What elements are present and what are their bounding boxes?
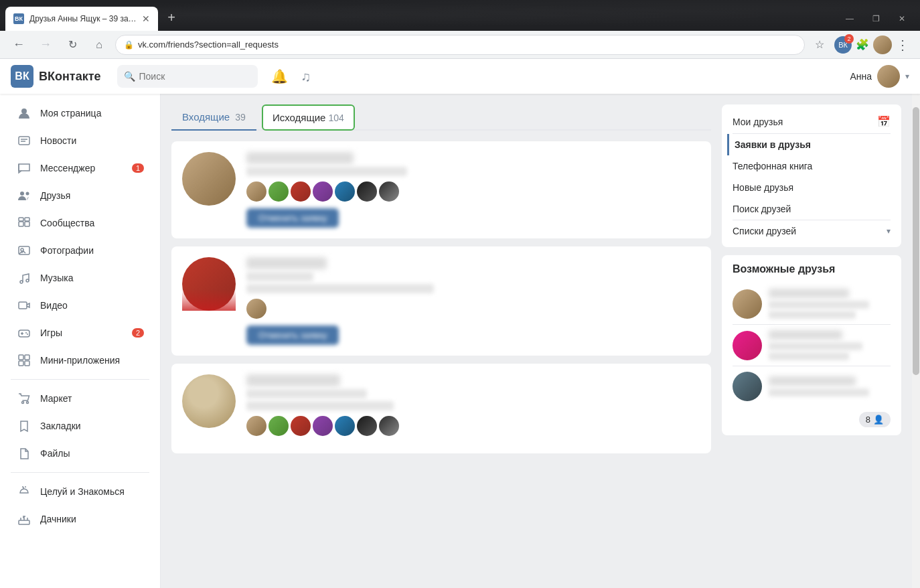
pf-avatar-3[interactable] xyxy=(733,372,762,401)
back-button[interactable]: ← xyxy=(8,34,29,56)
bookmark-button[interactable]: ☆ xyxy=(810,35,829,54)
forward-button[interactable]: → xyxy=(35,34,56,56)
vk-logo-text: ВКонтакте xyxy=(39,70,101,84)
svg-rect-22 xyxy=(25,355,29,360)
svg-point-0 xyxy=(21,108,27,114)
close-button[interactable]: ✕ xyxy=(889,9,915,28)
new-tab-button[interactable]: + xyxy=(161,7,182,28)
friend-avatar-2[interactable] xyxy=(182,257,236,311)
right-nav-card: Мои друзья 📅 Заявки в друзья Телефонная … xyxy=(722,104,901,247)
rs-label-friend-lists: Списки друзей xyxy=(733,226,796,236)
music-icon[interactable]: ♫ xyxy=(301,69,311,84)
friends-icon xyxy=(16,188,32,204)
rs-label-phone-book: Телефонная книга xyxy=(733,161,812,171)
sidebar-label-communities: Сообщества xyxy=(40,218,94,228)
user-profile-icon[interactable] xyxy=(873,35,892,54)
files-icon xyxy=(16,445,32,461)
browser-tab-active[interactable]: ВК Друзья Анны Ящук – 39 заявок ✕ xyxy=(5,7,158,31)
browser-addressbar: ← → ↻ ⌂ 🔒 vk.com/friends?section=all_req… xyxy=(0,31,920,59)
messenger-badge: 1 xyxy=(132,163,144,173)
user-menu[interactable]: Анна ▾ xyxy=(850,65,909,88)
sidebar-item-market[interactable]: Маркет xyxy=(5,385,155,412)
svg-point-5 xyxy=(26,192,29,196)
sidebar-item-files[interactable]: Файлы xyxy=(5,440,155,467)
window-controls: — ❐ ✕ xyxy=(836,9,915,28)
rs-item-phone-book[interactable]: Телефонная книга xyxy=(733,155,891,177)
vk-logo[interactable]: ВК ВКонтакте xyxy=(11,65,101,88)
pf-name-3 xyxy=(769,376,856,386)
tab-outgoing[interactable]: Исходящие 104 xyxy=(262,104,355,131)
vk-extension-icon[interactable]: ВК 2 xyxy=(834,36,852,54)
scrollbar-thumb[interactable] xyxy=(913,107,919,375)
sidebar-item-messenger[interactable]: Мессенджер 1 xyxy=(5,155,155,181)
sidebar-item-friends[interactable]: Друзья xyxy=(5,182,155,209)
sidebar-label-friends: Друзья xyxy=(40,190,70,201)
badge-count: 8 xyxy=(866,415,870,425)
sidebar-item-news[interactable]: Новости xyxy=(5,127,155,154)
pf-detail-2b xyxy=(769,352,849,360)
rs-item-my-friends[interactable]: Мои друзья 📅 xyxy=(733,110,891,133)
sidebar-item-my-page[interactable]: Моя страница xyxy=(5,100,155,127)
address-bar[interactable]: 🔒 vk.com/friends?section=all_requests xyxy=(115,35,805,55)
user-name: Анна xyxy=(850,71,872,82)
friend-card-1: Отменить заявку xyxy=(171,141,711,238)
sidebar-label-music: Музыка xyxy=(40,273,74,283)
market-icon xyxy=(16,390,32,407)
friend-avatar-1[interactable] xyxy=(182,152,236,206)
video-icon xyxy=(16,297,32,313)
pf-info-2 xyxy=(769,330,891,360)
friend-name-2 xyxy=(246,257,327,269)
sidebar-label-news: Новости xyxy=(40,135,76,146)
reload-button[interactable]: ↻ xyxy=(62,34,83,56)
possible-count-badge[interactable]: 8 👤 xyxy=(733,412,891,427)
arrow-down-icon: ▾ xyxy=(887,226,891,236)
sidebar-item-video[interactable]: Видео xyxy=(5,292,155,319)
sidebar-item-photos[interactable]: Фотографии xyxy=(5,237,155,264)
games-badge: 2 xyxy=(132,328,144,338)
sidebar-item-dachniks[interactable]: Дачники xyxy=(5,506,155,532)
messenger-icon xyxy=(16,160,32,176)
minimize-button[interactable]: — xyxy=(836,9,863,28)
sidebar-label-files: Файлы xyxy=(40,448,70,459)
rs-item-new-friends[interactable]: Новые друзья xyxy=(733,177,891,198)
puzzle-icon[interactable]: 🧩 xyxy=(853,35,872,54)
friend-action-1: Отменить заявку xyxy=(246,208,700,228)
sidebar-item-bookmarks[interactable]: Закладки xyxy=(5,413,155,439)
pf-avatar-2[interactable] xyxy=(733,331,762,360)
svg-point-13 xyxy=(26,279,29,282)
browser-menu-button[interactable]: ⋮ xyxy=(893,35,912,54)
bookmarks-icon xyxy=(16,418,32,434)
rs-item-friend-requests[interactable]: Заявки в друзья xyxy=(727,134,891,155)
vk-search-box[interactable]: 🔍 xyxy=(117,65,258,88)
browser-titlebar: ВК Друзья Анны Ящук – 39 заявок ✕ + — ❐ … xyxy=(0,0,920,31)
sidebar-item-games[interactable]: Игры 2 xyxy=(5,319,155,346)
page-scrollbar[interactable] xyxy=(912,94,920,588)
notification-icon[interactable]: 🔔 xyxy=(271,68,288,84)
my-page-icon xyxy=(16,105,32,121)
tab-close-btn[interactable]: ✕ xyxy=(142,14,150,23)
sidebar-item-kiss[interactable]: Целуй и Знакомься xyxy=(5,478,155,505)
search-icon: 🔍 xyxy=(124,71,135,82)
maximize-button[interactable]: ❐ xyxy=(863,9,889,28)
friend-detail-3a xyxy=(246,389,367,398)
sidebar-label-dachniks: Дачники xyxy=(40,514,76,524)
friend-avatar-3[interactable] xyxy=(182,374,236,428)
home-button[interactable]: ⌂ xyxy=(88,34,110,56)
sidebar-item-communities[interactable]: Сообщества xyxy=(5,210,155,236)
rs-label-my-friends: Мои друзья xyxy=(733,117,783,127)
sidebar-item-music[interactable]: Музыка xyxy=(5,265,155,291)
svg-rect-8 xyxy=(19,218,23,221)
friend-info-1: Отменить заявку xyxy=(246,152,700,228)
svg-point-25 xyxy=(22,402,24,404)
friend-detail-3b xyxy=(246,401,394,411)
sidebar-item-mini-apps[interactable]: Мини-приложения xyxy=(5,347,155,374)
cancel-request-btn-2[interactable]: Отменить заявку xyxy=(246,325,339,345)
cancel-request-btn-1[interactable]: Отменить заявку xyxy=(246,208,339,228)
friend-detail-1 xyxy=(246,167,407,176)
search-input[interactable] xyxy=(139,71,251,82)
rs-item-friend-lists[interactable]: Списки друзей ▾ xyxy=(733,220,891,242)
rs-item-find-friends[interactable]: Поиск друзей xyxy=(733,198,891,220)
tab-favicon: ВК xyxy=(13,13,24,24)
pf-avatar-1[interactable] xyxy=(733,289,762,319)
tab-incoming[interactable]: Входящие 39 xyxy=(171,104,256,131)
